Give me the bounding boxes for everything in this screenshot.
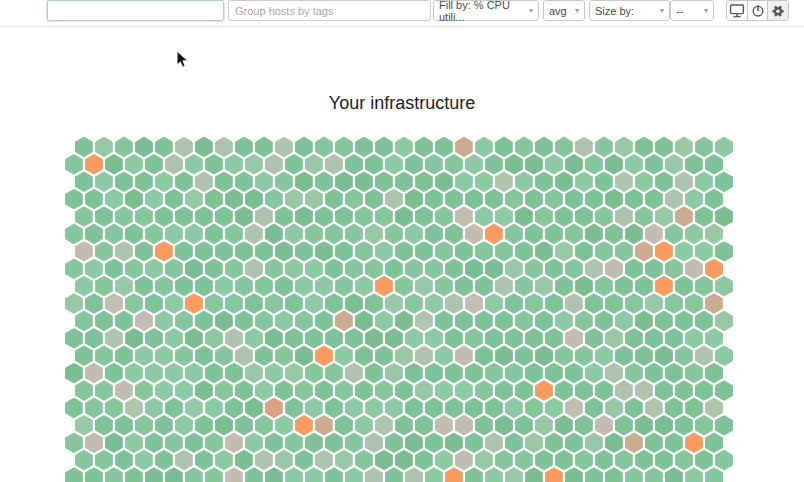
gear-icon bbox=[769, 1, 787, 21]
toolbar: Fill by: % CPU utili... ▾ avg ▾ Size by:… bbox=[0, 0, 804, 27]
group-by-tags-input[interactable] bbox=[228, 0, 431, 21]
chevron-down-icon: ▾ bbox=[529, 6, 533, 15]
toolbar-icon-group bbox=[726, 0, 789, 21]
search-input[interactable] bbox=[47, 0, 224, 21]
aggregation-select[interactable]: avg ▾ bbox=[543, 0, 585, 21]
monitor-view-button[interactable] bbox=[727, 1, 747, 20]
settings-button[interactable] bbox=[767, 1, 788, 20]
size-by-label: Size by: bbox=[595, 5, 634, 17]
chevron-down-icon: ▾ bbox=[660, 6, 664, 15]
fill-by-label: Fill by: % CPU utili... bbox=[439, 0, 524, 23]
chevron-down-icon: ▾ bbox=[575, 6, 579, 15]
size-value-select[interactable]: -- ▾ bbox=[670, 0, 714, 21]
power-icon bbox=[749, 1, 767, 21]
host-map-svg[interactable] bbox=[0, 0, 804, 482]
page-title: Your infrastructure bbox=[0, 93, 804, 114]
size-value-label: -- bbox=[676, 5, 683, 17]
fill-by-select[interactable]: Fill by: % CPU utili... ▾ bbox=[433, 0, 539, 21]
host-map-page: Your infrastructure Fill by: % CPU utili… bbox=[0, 0, 804, 482]
aggregation-label: avg bbox=[549, 5, 567, 17]
size-by-select[interactable]: Size by: ▾ bbox=[589, 0, 670, 21]
power-button[interactable] bbox=[747, 1, 768, 20]
mouse-cursor bbox=[176, 51, 190, 69]
host-map[interactable] bbox=[0, 0, 804, 482]
monitor-icon bbox=[728, 1, 746, 21]
chevron-down-icon: ▾ bbox=[704, 6, 708, 15]
